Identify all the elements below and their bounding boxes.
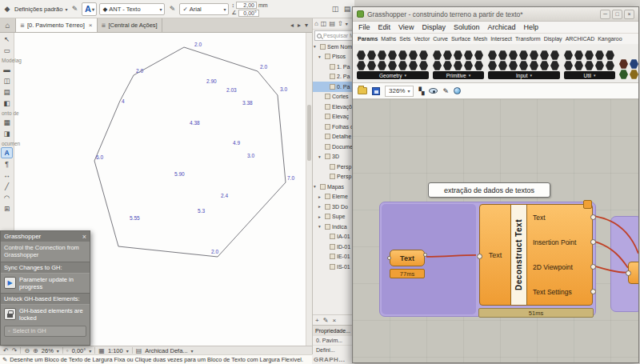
- component-icon[interactable]: [585, 61, 594, 70]
- menu-display[interactable]: Display: [422, 23, 446, 31]
- preview-eye-icon[interactable]: [429, 88, 438, 94]
- dimension-tool-icon[interactable]: ↔: [1, 170, 13, 181]
- menu-file[interactable]: File: [358, 23, 370, 31]
- message-balloon[interactable]: [583, 200, 592, 209]
- component-icon[interactable]: [367, 50, 376, 60]
- component-icon[interactable]: [464, 61, 473, 70]
- edit-style-icon[interactable]: ✎: [167, 5, 177, 13]
- component-icon[interactable]: [378, 61, 386, 70]
- tree-item[interactable]: ▾3D: [313, 152, 354, 162]
- component-icon[interactable]: [398, 50, 407, 60]
- text-tool-icon[interactable]: A: [1, 147, 13, 158]
- component-icon[interactable]: [419, 61, 428, 70]
- edit-icon[interactable]: ✎: [323, 317, 329, 324]
- input-param[interactable]: Text: [480, 205, 510, 305]
- gh-titlebar[interactable]: Grasshopper - construindo terreno a part…: [353, 7, 638, 22]
- component-icon[interactable]: [433, 50, 442, 60]
- label-tool-icon[interactable]: ¶: [1, 158, 13, 170]
- tree-item[interactable]: Docume: [313, 142, 354, 152]
- line-tool-icon[interactable]: ╱: [1, 181, 13, 192]
- tree-item[interactable]: ▸Eleme: [313, 192, 354, 202]
- font-combo[interactable]: ✓ Arial ▾: [179, 3, 229, 15]
- sync-button[interactable]: ▶: [4, 277, 16, 289]
- select-in-gh-button[interactable]: ◦ Select in GH: [4, 326, 86, 337]
- arrow-tool-icon[interactable]: ↖: [1, 34, 13, 45]
- organizer-icon[interactable]: ▤: [342, 5, 352, 13]
- tree-item[interactable]: Cortes: [313, 92, 354, 102]
- param-output-grip[interactable]: [423, 253, 427, 257]
- component-icon[interactable]: [498, 61, 507, 70]
- mesh-tool-icon[interactable]: ▦: [1, 117, 13, 128]
- expand-icon[interactable]: ▾: [314, 184, 318, 189]
- category-tab-vector[interactable]: Vector: [414, 36, 430, 42]
- tree-item[interactable]: Folhas d: [313, 122, 354, 132]
- prev-tab-icon[interactable]: ◂: [290, 22, 294, 29]
- component-icon[interactable]: [367, 61, 376, 70]
- properties-panel-title[interactable]: Propriedade...: [313, 325, 354, 335]
- tree-item[interactable]: ▸3D Do: [313, 202, 354, 212]
- component-icon[interactable]: [550, 61, 559, 70]
- component-icon[interactable]: [357, 50, 366, 60]
- penset-value[interactable]: Archicad Defa...: [145, 347, 187, 354]
- tree-item[interactable]: 2. Pa: [313, 72, 354, 82]
- canvas-scrollbar[interactable]: [306, 33, 312, 346]
- component-icon[interactable]: [564, 61, 573, 70]
- category-tab-archicad[interactable]: ARCHICAD: [566, 36, 595, 42]
- expand-icon[interactable]: ▸: [318, 194, 323, 199]
- tree-item[interactable]: Elevaç: [313, 112, 354, 122]
- expand-icon[interactable]: ▾: [318, 154, 323, 159]
- ribbon-group-label[interactable]: Util▾: [564, 71, 615, 79]
- component-icon[interactable]: [585, 50, 594, 60]
- component-icon[interactable]: [619, 70, 628, 79]
- category-tab-mesh[interactable]: Mesh: [474, 36, 487, 42]
- publisher-icon[interactable]: ⇧: [338, 20, 343, 27]
- partial-component[interactable]: [628, 262, 638, 284]
- component-icon[interactable]: [474, 61, 483, 70]
- component-icon[interactable]: [595, 50, 604, 60]
- text-style-combo[interactable]: ◆ ANT - Texto ▾: [99, 3, 165, 15]
- component-icon[interactable]: [619, 59, 628, 69]
- component-icon[interactable]: [540, 50, 549, 60]
- deconstruct-text-component[interactable]: Text Deconstruct Text TextInsertion Poin…: [479, 204, 593, 306]
- component-icon[interactable]: [574, 61, 583, 70]
- component-icon[interactable]: [530, 50, 538, 60]
- roof-tool-icon[interactable]: ◧: [1, 98, 13, 109]
- category-tab-params[interactable]: Params: [358, 36, 378, 42]
- figure-tool-icon[interactable]: ⊞: [1, 203, 13, 214]
- component-icon[interactable]: [419, 50, 428, 60]
- output-grip[interactable]: [590, 239, 596, 245]
- tree-item[interactable]: Elevaçõ: [313, 102, 354, 112]
- component-icon[interactable]: [488, 50, 497, 60]
- component-icon[interactable]: [454, 50, 462, 60]
- group-label[interactable]: extração de dados de textos: [428, 182, 550, 198]
- gh-canvas[interactable]: extração de dados de textos Text 77ms Te…: [353, 99, 638, 362]
- component-icon[interactable]: [388, 61, 397, 70]
- category-tab-sets[interactable]: Sets: [399, 36, 410, 42]
- tree-item[interactable]: 1. Pa: [313, 62, 354, 72]
- category-tab-surface[interactable]: Surface: [451, 36, 470, 42]
- zoom-in-icon[interactable]: ⊕: [33, 347, 38, 354]
- category-tab-display[interactable]: Display: [544, 36, 562, 42]
- category-tab-maths[interactable]: Maths: [381, 36, 396, 42]
- tree-item[interactable]: 0. Pa: [313, 82, 354, 92]
- component-icon[interactable]: [595, 61, 604, 70]
- tree-item[interactable]: Persp: [313, 162, 354, 172]
- render-preview-icon[interactable]: [454, 87, 461, 94]
- component-icon[interactable]: [474, 50, 483, 60]
- component-icon[interactable]: [433, 61, 442, 70]
- lock-button[interactable]: [4, 308, 16, 320]
- zoom-level[interactable]: 26%: [42, 347, 54, 354]
- open-file-icon[interactable]: [358, 87, 367, 94]
- terrain-polygon[interactable]: [94, 47, 286, 257]
- back-icon[interactable]: ↶: [3, 347, 9, 354]
- tree-item[interactable]: ▾Indica: [313, 222, 354, 232]
- add-icon[interactable]: +: [315, 317, 319, 324]
- tree-item[interactable]: IS-01: [313, 262, 354, 272]
- component-icon[interactable]: [378, 50, 386, 60]
- menu-edit[interactable]: Edit: [378, 23, 391, 31]
- expand-icon[interactable]: ▾: [318, 224, 323, 229]
- component-icon[interactable]: [443, 61, 452, 70]
- component-icon[interactable]: [488, 61, 497, 70]
- component-icon[interactable]: [540, 61, 549, 70]
- next-tab-icon[interactable]: ▸: [298, 22, 301, 29]
